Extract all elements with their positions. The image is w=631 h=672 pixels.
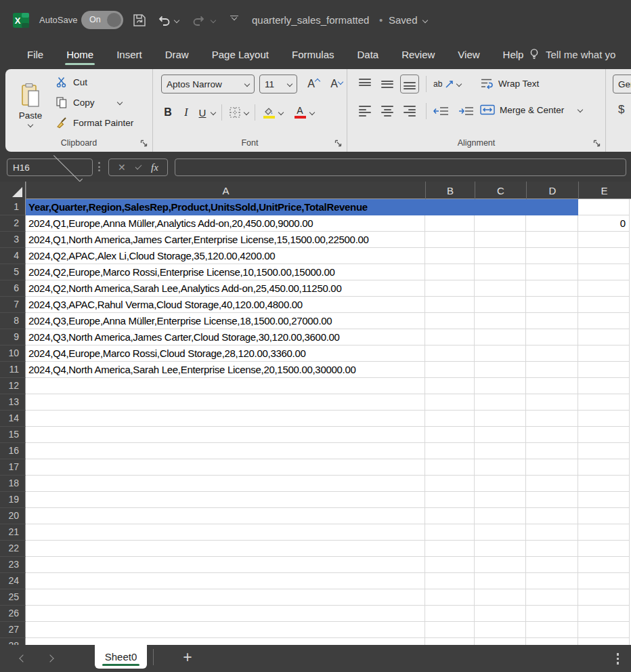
select-all-button[interactable] [0, 182, 26, 199]
menu-item-file[interactable]: File [26, 43, 45, 66]
cell-D7[interactable] [526, 297, 578, 313]
enter-icon[interactable] [135, 163, 142, 170]
cell-D27[interactable] [526, 622, 578, 638]
cell-A16[interactable] [26, 443, 425, 459]
row-header-6[interactable]: 6 [0, 280, 26, 297]
cell-D1[interactable] [526, 199, 578, 215]
cell-D3[interactable] [526, 232, 578, 248]
row-header-18[interactable]: 18 [0, 476, 26, 492]
row-header-23[interactable]: 23 [0, 557, 26, 573]
borders-dropdown-icon[interactable] [244, 110, 249, 115]
row-header-19[interactable]: 19 [0, 492, 26, 508]
cell-D9[interactable] [526, 329, 578, 345]
row-header-24[interactable]: 24 [0, 573, 26, 589]
cell-B18[interactable] [425, 476, 475, 492]
cell-E16[interactable] [578, 443, 630, 459]
menu-item-help[interactable]: Help [502, 43, 525, 66]
row-header-3[interactable]: 3 [0, 232, 26, 248]
cell-E28[interactable] [578, 638, 630, 645]
row-header-11[interactable]: 11 [0, 362, 26, 378]
menu-item-insert[interactable]: Insert [115, 43, 144, 66]
cell-B28[interactable] [425, 638, 475, 645]
cell-C4[interactable] [475, 248, 526, 264]
tab-bar-menu-icon[interactable] [617, 653, 619, 665]
cell-E8[interactable] [578, 313, 630, 329]
format-painter-button[interactable]: Format Painter [56, 115, 133, 130]
cell-A4[interactable]: 2024,Q2,APAC,Alex Li,Cloud Storage,35,12… [26, 248, 425, 264]
row-header-13[interactable]: 13 [0, 394, 26, 411]
cell-A5[interactable]: 2024,Q2,Europe,Marco Rossi,Enterprise Li… [26, 264, 425, 280]
cell-C18[interactable] [475, 476, 526, 492]
cell-D28[interactable] [526, 638, 578, 645]
cell-A7[interactable]: 2024,Q3,APAC,Rahul Verma,Cloud Storage,4… [26, 297, 425, 313]
fill-color-dropdown-icon[interactable] [278, 110, 284, 115]
cell-D4[interactable] [526, 248, 578, 264]
cell-B8[interactable] [425, 313, 475, 329]
cell-B12[interactable] [425, 378, 475, 394]
cell-A11[interactable]: 2024,Q4,North America,Sarah Lee,Enterpri… [26, 362, 425, 378]
cell-C14[interactable] [475, 411, 526, 427]
cell-C23[interactable] [475, 557, 526, 573]
cell-E7[interactable] [578, 297, 630, 313]
cell-E23[interactable] [578, 557, 630, 573]
cell-C21[interactable] [475, 524, 526, 541]
cell-E12[interactable] [578, 378, 630, 394]
cell-A19[interactable] [26, 492, 425, 508]
document-status[interactable]: Saved [389, 14, 418, 26]
font-dialog-launcher-icon[interactable] [334, 140, 343, 148]
top-align-button[interactable] [355, 75, 374, 93]
align-center-button[interactable] [378, 102, 397, 121]
row-header-15[interactable]: 15 [0, 427, 26, 443]
cell-D18[interactable] [526, 476, 578, 492]
cell-E24[interactable] [578, 573, 630, 589]
copy-dropdown-icon[interactable] [116, 100, 122, 105]
cell-B10[interactable] [425, 345, 475, 362]
borders-icon[interactable] [228, 106, 242, 119]
document-title[interactable]: quarterly_sales_formatted [252, 14, 369, 26]
cell-A8[interactable]: 2024,Q3,Europe,Anna Müller,Enterprise Li… [26, 313, 425, 329]
font-size-dropdown-icon[interactable] [287, 81, 292, 87]
cell-E25[interactable] [578, 589, 630, 606]
increase-indent-icon[interactable] [458, 106, 475, 117]
cell-B25[interactable] [425, 589, 475, 606]
increase-font-size-button[interactable]: A [303, 75, 324, 93]
cell-B3[interactable] [425, 232, 475, 248]
cell-E11[interactable] [578, 362, 630, 378]
row-header-5[interactable]: 5 [0, 264, 26, 280]
cell-C3[interactable] [475, 232, 526, 248]
cell-E1[interactable] [578, 199, 630, 215]
row-header-16[interactable]: 16 [0, 443, 26, 459]
tell-me-search[interactable]: Tell me what yo [528, 41, 615, 68]
menu-item-page-layout[interactable]: Page Layout [211, 43, 270, 66]
sheet-tab-active[interactable]: Sheet0 [95, 645, 147, 669]
cell-B27[interactable] [425, 622, 475, 638]
cancel-icon[interactable]: ✕ [118, 162, 126, 173]
cell-D14[interactable] [526, 411, 578, 427]
cell-C15[interactable] [475, 427, 526, 443]
cell-B14[interactable] [425, 411, 475, 427]
cell-B5[interactable] [425, 264, 475, 280]
cell-A10[interactable]: 2024,Q4,Europe,Marco Rossi,Cloud Storage… [26, 345, 425, 362]
cell-A20[interactable] [26, 508, 425, 524]
column-header-B[interactable]: B [425, 182, 475, 199]
cell-D8[interactable] [526, 313, 578, 329]
cell-B7[interactable] [425, 297, 475, 313]
cell-E13[interactable] [578, 394, 630, 411]
cell-A2[interactable]: 2024,Q1,Europe,Anna Müller,Analytics Add… [26, 215, 425, 232]
cell-B19[interactable] [425, 492, 475, 508]
cell-C22[interactable] [475, 541, 526, 557]
row-header-12[interactable]: 12 [0, 378, 26, 394]
paste-button[interactable]: Paste [11, 73, 50, 135]
align-left-button[interactable] [355, 102, 374, 121]
cell-C1[interactable] [475, 199, 526, 215]
cell-D13[interactable] [526, 394, 578, 411]
cell-B2[interactable] [425, 215, 475, 232]
cell-D26[interactable] [526, 606, 578, 622]
orientation-dropdown-icon[interactable] [456, 81, 462, 87]
cell-D5[interactable] [526, 264, 578, 280]
row-header-1[interactable]: 1 [0, 199, 26, 215]
undo-icon[interactable] [156, 12, 172, 28]
menu-item-home[interactable]: Home [65, 43, 95, 66]
next-sheet-icon[interactable] [46, 654, 53, 662]
wrap-text-button[interactable]: Wrap Text [480, 77, 539, 89]
